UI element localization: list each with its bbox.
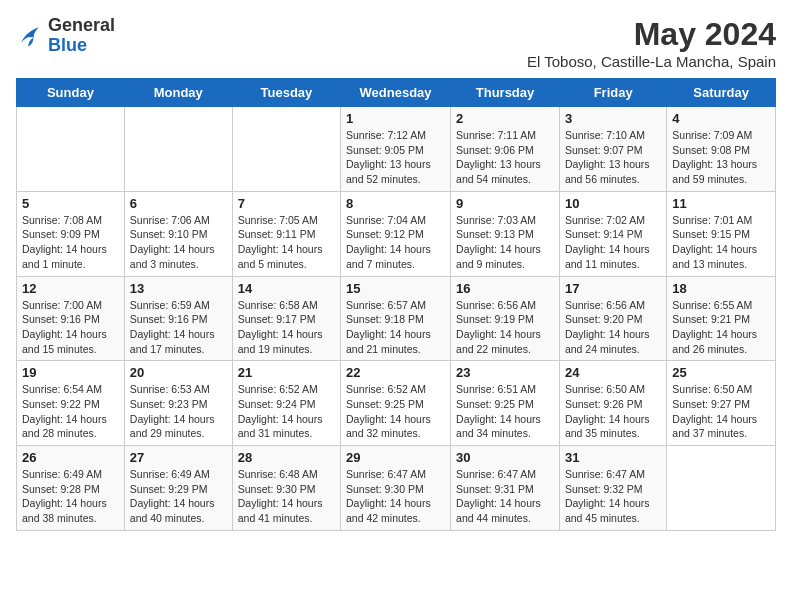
calendar-cell [667,446,776,531]
day-number: 15 [346,281,445,296]
day-number: 2 [456,111,554,126]
calendar-cell: 22Sunrise: 6:52 AM Sunset: 9:25 PM Dayli… [341,361,451,446]
calendar-cell: 28Sunrise: 6:48 AM Sunset: 9:30 PM Dayli… [232,446,340,531]
calendar-cell: 7Sunrise: 7:05 AM Sunset: 9:11 PM Daylig… [232,191,340,276]
location-title: El Toboso, Castille-La Mancha, Spain [527,53,776,70]
calendar-cell: 17Sunrise: 6:56 AM Sunset: 9:20 PM Dayli… [559,276,666,361]
day-number: 9 [456,196,554,211]
day-number: 26 [22,450,119,465]
calendar-cell: 12Sunrise: 7:00 AM Sunset: 9:16 PM Dayli… [17,276,125,361]
day-number: 31 [565,450,661,465]
calendar-cell: 3Sunrise: 7:10 AM Sunset: 9:07 PM Daylig… [559,107,666,192]
day-number: 4 [672,111,770,126]
weekday-header-saturday: Saturday [667,79,776,107]
calendar-cell: 20Sunrise: 6:53 AM Sunset: 9:23 PM Dayli… [124,361,232,446]
calendar-cell: 29Sunrise: 6:47 AM Sunset: 9:30 PM Dayli… [341,446,451,531]
calendar-cell: 8Sunrise: 7:04 AM Sunset: 9:12 PM Daylig… [341,191,451,276]
day-info: Sunrise: 6:47 AM Sunset: 9:32 PM Dayligh… [565,467,661,526]
day-info: Sunrise: 6:51 AM Sunset: 9:25 PM Dayligh… [456,382,554,441]
day-info: Sunrise: 7:02 AM Sunset: 9:14 PM Dayligh… [565,213,661,272]
day-info: Sunrise: 6:58 AM Sunset: 9:17 PM Dayligh… [238,298,335,357]
day-number: 28 [238,450,335,465]
day-number: 16 [456,281,554,296]
calendar-week-1: 1Sunrise: 7:12 AM Sunset: 9:05 PM Daylig… [17,107,776,192]
weekday-header-monday: Monday [124,79,232,107]
calendar-cell [124,107,232,192]
day-number: 17 [565,281,661,296]
logo-general: General [48,15,115,35]
day-number: 6 [130,196,227,211]
day-info: Sunrise: 6:59 AM Sunset: 9:16 PM Dayligh… [130,298,227,357]
day-info: Sunrise: 7:06 AM Sunset: 9:10 PM Dayligh… [130,213,227,272]
calendar-body: 1Sunrise: 7:12 AM Sunset: 9:05 PM Daylig… [17,107,776,531]
calendar-cell: 30Sunrise: 6:47 AM Sunset: 9:31 PM Dayli… [451,446,560,531]
day-number: 19 [22,365,119,380]
day-info: Sunrise: 6:52 AM Sunset: 9:24 PM Dayligh… [238,382,335,441]
day-info: Sunrise: 6:48 AM Sunset: 9:30 PM Dayligh… [238,467,335,526]
day-info: Sunrise: 6:47 AM Sunset: 9:30 PM Dayligh… [346,467,445,526]
logo-text: General Blue [48,16,115,56]
title-area: May 2024 El Toboso, Castille-La Mancha, … [527,16,776,70]
day-info: Sunrise: 6:56 AM Sunset: 9:20 PM Dayligh… [565,298,661,357]
calendar-cell: 23Sunrise: 6:51 AM Sunset: 9:25 PM Dayli… [451,361,560,446]
day-number: 25 [672,365,770,380]
day-info: Sunrise: 6:53 AM Sunset: 9:23 PM Dayligh… [130,382,227,441]
calendar-week-5: 26Sunrise: 6:49 AM Sunset: 9:28 PM Dayli… [17,446,776,531]
calendar-cell: 26Sunrise: 6:49 AM Sunset: 9:28 PM Dayli… [17,446,125,531]
day-number: 7 [238,196,335,211]
weekday-header-sunday: Sunday [17,79,125,107]
calendar-cell: 25Sunrise: 6:50 AM Sunset: 9:27 PM Dayli… [667,361,776,446]
day-number: 10 [565,196,661,211]
day-info: Sunrise: 6:50 AM Sunset: 9:27 PM Dayligh… [672,382,770,441]
day-number: 13 [130,281,227,296]
day-number: 18 [672,281,770,296]
calendar-cell: 4Sunrise: 7:09 AM Sunset: 9:08 PM Daylig… [667,107,776,192]
calendar-cell: 1Sunrise: 7:12 AM Sunset: 9:05 PM Daylig… [341,107,451,192]
month-title: May 2024 [527,16,776,53]
weekday-header-thursday: Thursday [451,79,560,107]
day-number: 1 [346,111,445,126]
day-number: 20 [130,365,227,380]
weekday-header-row: SundayMondayTuesdayWednesdayThursdayFrid… [17,79,776,107]
day-info: Sunrise: 6:47 AM Sunset: 9:31 PM Dayligh… [456,467,554,526]
calendar-week-2: 5Sunrise: 7:08 AM Sunset: 9:09 PM Daylig… [17,191,776,276]
day-info: Sunrise: 7:12 AM Sunset: 9:05 PM Dayligh… [346,128,445,187]
day-info: Sunrise: 6:55 AM Sunset: 9:21 PM Dayligh… [672,298,770,357]
day-info: Sunrise: 6:57 AM Sunset: 9:18 PM Dayligh… [346,298,445,357]
weekday-header-tuesday: Tuesday [232,79,340,107]
calendar-cell: 16Sunrise: 6:56 AM Sunset: 9:19 PM Dayli… [451,276,560,361]
day-info: Sunrise: 6:50 AM Sunset: 9:26 PM Dayligh… [565,382,661,441]
day-info: Sunrise: 7:11 AM Sunset: 9:06 PM Dayligh… [456,128,554,187]
calendar-header: SundayMondayTuesdayWednesdayThursdayFrid… [17,79,776,107]
day-info: Sunrise: 7:00 AM Sunset: 9:16 PM Dayligh… [22,298,119,357]
day-number: 14 [238,281,335,296]
calendar-cell: 6Sunrise: 7:06 AM Sunset: 9:10 PM Daylig… [124,191,232,276]
day-info: Sunrise: 6:49 AM Sunset: 9:28 PM Dayligh… [22,467,119,526]
day-info: Sunrise: 6:52 AM Sunset: 9:25 PM Dayligh… [346,382,445,441]
weekday-header-wednesday: Wednesday [341,79,451,107]
day-number: 5 [22,196,119,211]
calendar-cell [232,107,340,192]
calendar-cell: 9Sunrise: 7:03 AM Sunset: 9:13 PM Daylig… [451,191,560,276]
logo-blue: Blue [48,35,87,55]
calendar-cell: 13Sunrise: 6:59 AM Sunset: 9:16 PM Dayli… [124,276,232,361]
calendar-cell: 14Sunrise: 6:58 AM Sunset: 9:17 PM Dayli… [232,276,340,361]
calendar-cell [17,107,125,192]
day-info: Sunrise: 7:01 AM Sunset: 9:15 PM Dayligh… [672,213,770,272]
day-number: 12 [22,281,119,296]
day-number: 21 [238,365,335,380]
day-number: 8 [346,196,445,211]
calendar-table: SundayMondayTuesdayWednesdayThursdayFrid… [16,78,776,531]
calendar-cell: 18Sunrise: 6:55 AM Sunset: 9:21 PM Dayli… [667,276,776,361]
logo-icon [16,22,44,50]
day-info: Sunrise: 7:03 AM Sunset: 9:13 PM Dayligh… [456,213,554,272]
calendar-cell: 27Sunrise: 6:49 AM Sunset: 9:29 PM Dayli… [124,446,232,531]
calendar-cell: 21Sunrise: 6:52 AM Sunset: 9:24 PM Dayli… [232,361,340,446]
day-number: 23 [456,365,554,380]
calendar-cell: 19Sunrise: 6:54 AM Sunset: 9:22 PM Dayli… [17,361,125,446]
day-info: Sunrise: 7:10 AM Sunset: 9:07 PM Dayligh… [565,128,661,187]
calendar-week-3: 12Sunrise: 7:00 AM Sunset: 9:16 PM Dayli… [17,276,776,361]
day-number: 27 [130,450,227,465]
day-info: Sunrise: 7:08 AM Sunset: 9:09 PM Dayligh… [22,213,119,272]
day-number: 22 [346,365,445,380]
